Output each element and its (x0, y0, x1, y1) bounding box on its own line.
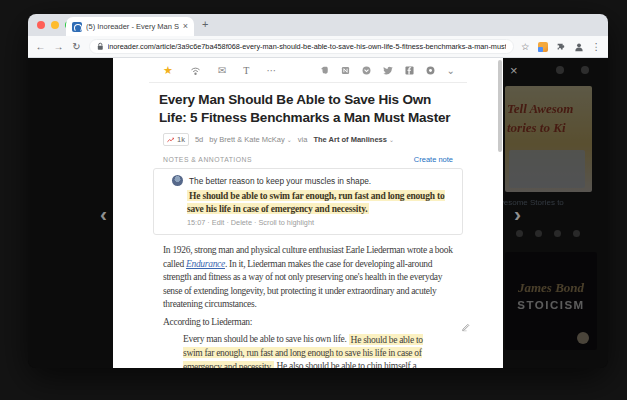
minimize-window-button[interactable] (51, 21, 59, 29)
edit-highlight-pencil-icon[interactable] (461, 322, 471, 332)
toolbar-right: ☆ ⋮ (521, 42, 601, 52)
close-window-button[interactable] (37, 21, 45, 29)
inoreader-favicon-icon (72, 22, 82, 32)
reload-icon[interactable]: ↻ (71, 42, 82, 52)
facebook-icon[interactable] (405, 66, 414, 75)
text-format-icon[interactable]: T (243, 66, 249, 76)
via-label: via (298, 135, 308, 144)
panel-scrollbar[interactable] (498, 60, 502, 152)
second-article-thumbnail: James Bond STOICISM (505, 252, 597, 350)
profile-icon[interactable] (574, 42, 584, 52)
source-dropdown[interactable]: The Art of Manliness ⌄ (313, 135, 394, 144)
close-article-icon[interactable]: × (510, 63, 518, 78)
back-icon[interactable]: ← (35, 42, 46, 52)
browser-tab[interactable]: (5) Inoreader - Every Man Sho × (66, 17, 194, 36)
tab-title: (5) Inoreader - Every Man Sho (86, 22, 179, 31)
paragraph: In 1926, strong man and physical culture… (163, 244, 453, 312)
forward-icon[interactable]: → (53, 42, 64, 52)
tab-close-icon[interactable]: × (183, 22, 188, 31)
next-article-thumbnail: Tell Awesom tories to Ki (505, 86, 592, 192)
note-comment: The better reason to keep your muscles i… (189, 176, 371, 186)
blockquote: Every man should be able to save his own… (183, 333, 423, 368)
thumbnail-text: tories to Ki (507, 119, 592, 136)
twitter-icon[interactable] (383, 66, 393, 75)
email-icon[interactable]: ✉ (218, 66, 226, 76)
note-footer: 15:07 · Edit · Delete · Scroll to highli… (187, 218, 450, 227)
menu-dots-icon[interactable]: ⋮ (592, 42, 602, 52)
thumbnail-logo (577, 332, 589, 344)
star-icon[interactable]: ★ (163, 65, 173, 76)
onenote-icon[interactable] (341, 66, 350, 75)
article-actions-left: ★ ✉ T ⋯ (163, 65, 276, 76)
popularity-badge: 1k (163, 133, 189, 146)
endurance-book-link[interactable]: Endurance (186, 259, 225, 269)
note-edit-link[interactable]: Edit (212, 218, 225, 227)
url-text: inoreader.com/article/3a9c6e7ba458f068-e… (108, 42, 506, 51)
browser-toolbar: ← → ↻ inoreader.com/article/3a9c6e7ba458… (28, 36, 608, 58)
note-delete-link[interactable]: Delete (231, 218, 252, 227)
thumbnail-art (509, 150, 585, 188)
dimmed-share-icons (516, 230, 580, 237)
note-header: The better reason to keep your muscles i… (172, 175, 450, 186)
address-bar[interactable]: inoreader.com/article/3a9c6e7ba458f068-e… (89, 39, 514, 54)
thumbnail-script-text: James Bond (505, 280, 597, 296)
share-circle-icon[interactable] (426, 66, 435, 75)
article-share-right: ⌄ (320, 66, 455, 76)
note-quoted-highlight: He should be able to swim far enough, ru… (187, 189, 450, 216)
article-panel: ★ ✉ T ⋯ ⌄ Every Man Should Be Able to Sa… (113, 58, 503, 368)
evernote-icon[interactable] (320, 66, 329, 75)
note-time: 15:07 (187, 218, 205, 227)
thumbnail-word-text: STOICISM (505, 299, 597, 311)
article-age: 5d (195, 135, 203, 144)
thumbnail-text: Tell Awesom (507, 100, 592, 117)
notes-annotations-row: NOTES & ANNOTATIONS Create note (163, 155, 453, 164)
popularity-count: 1k (177, 135, 185, 144)
next-article-chevron-icon[interactable]: › (514, 203, 521, 224)
notes-header: NOTES & ANNOTATIONS (163, 156, 252, 163)
caret-down-icon: ⌄ (287, 137, 292, 143)
chevron-down-icon[interactable]: ⌄ (447, 66, 455, 76)
article-body: In 1926, strong man and physical culture… (163, 244, 453, 368)
dimmed-toolbar-icons (556, 66, 589, 74)
bookmark-star-icon[interactable]: ☆ (521, 42, 530, 52)
scroll-to-highlight-link[interactable]: Scroll to highlight (258, 218, 314, 227)
article-title: Every Man Should Be Able to Save His Own… (159, 91, 457, 127)
note-card: The better reason to keep your muscles i… (153, 168, 463, 235)
caret-down-icon: ⌄ (389, 137, 394, 143)
new-tab-button[interactable]: + (202, 18, 208, 30)
previous-article-chevron-icon[interactable]: ‹ (100, 203, 107, 224)
extensions-puzzle-icon[interactable] (556, 42, 566, 52)
article-byline: 1k 5d by Brett & Kate McKay ⌄ via The Ar… (163, 133, 453, 146)
pocket-icon[interactable] (362, 66, 371, 75)
padlock-icon (97, 42, 104, 51)
reader-content: Tell Awesom tories to Ki wesome Stories … (28, 58, 608, 368)
note-author-avatar (172, 175, 183, 186)
author-dropdown[interactable]: by Brett & Kate McKay ⌄ (209, 135, 292, 144)
paragraph: According to Liederman: (163, 316, 453, 330)
trend-icon (167, 137, 175, 143)
more-options-icon[interactable]: ⋯ (266, 66, 276, 76)
browser-window: (5) Inoreader - Every Man Sho × + ← → ↻ … (28, 14, 608, 368)
tab-strip: (5) Inoreader - Every Man Sho × + (28, 14, 608, 36)
broadcast-icon[interactable] (190, 66, 201, 76)
article-toolbar: ★ ✉ T ⋯ ⌄ (149, 58, 467, 83)
create-note-link[interactable]: Create note (414, 155, 453, 164)
inoreader-extension-icon[interactable] (538, 42, 548, 52)
